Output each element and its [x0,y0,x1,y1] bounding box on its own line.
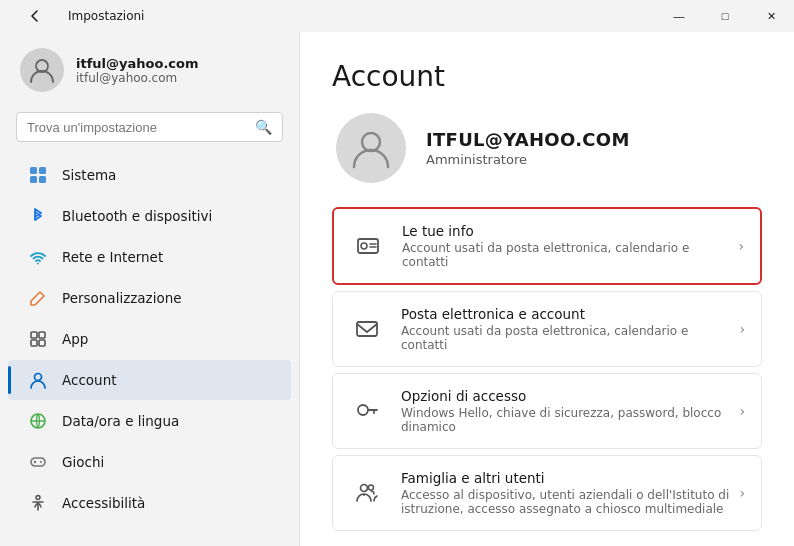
svg-rect-6 [31,332,37,338]
svg-point-25 [358,405,368,415]
user-email-main: itful@yahoo.com [76,56,199,71]
sidebar-label-personalizzazione: Personalizzazione [62,290,182,306]
svg-rect-7 [39,332,45,338]
opzioni-desc: Windows Hello, chiave di sicurezza, pass… [401,406,731,434]
opzioni-chevron: › [739,403,745,419]
svg-point-5 [37,263,39,265]
svg-point-28 [363,494,365,496]
svg-rect-2 [39,167,46,174]
sidebar-item-personalizzazione[interactable]: Personalizzazione [8,278,291,318]
svg-rect-3 [30,176,37,183]
famiglia-text: Famiglia e altri utenti Accesso al dispo… [401,470,731,516]
svg-point-21 [361,243,367,249]
opzioni-text: Opzioni di accesso Windows Hello, chiave… [401,388,731,434]
svg-point-26 [361,485,368,492]
svg-point-17 [40,462,42,464]
svg-point-10 [35,374,42,381]
sidebar-nav: Sistema Bluetooth e dispositivi [0,150,299,546]
key-icon [349,393,385,429]
account-role: Amministratore [426,152,630,167]
sidebar-item-bluetooth[interactable]: Bluetooth e dispositivi [8,196,291,236]
sidebar-item-rete[interactable]: Rete e Internet [8,237,291,277]
posta-title: Posta elettronica e account [401,306,731,322]
svg-rect-4 [39,176,46,183]
settings-item-opzioni[interactable]: Opzioni di accesso Windows Hello, chiave… [332,373,762,449]
search-icon[interactable]: 🔍 [255,119,272,135]
posta-desc: Account usati da posta elettronica, cale… [401,324,731,352]
settings-item-tue-info[interactable]: Le tue info Account usati da posta elett… [332,207,762,285]
sidebar-label-bluetooth: Bluetooth e dispositivi [62,208,212,224]
sidebar-label-dataora: Data/ora e lingua [62,413,179,429]
settings-list: Le tue info Account usati da posta elett… [332,207,762,537]
famiglia-desc: Accesso al dispositivo, utenti aziendali… [401,488,731,516]
sistema-icon [28,165,48,185]
people-icon [349,475,385,511]
sidebar-item-accessibilita[interactable]: Accessibilità [8,483,291,523]
back-button[interactable] [12,0,58,32]
person-card-icon [350,228,386,264]
titlebar: Impostazioni — □ ✕ [0,0,794,32]
person-icon [28,370,48,390]
search-input[interactable] [27,120,247,135]
sidebar-label-giochi: Giochi [62,454,104,470]
famiglia-chevron: › [739,485,745,501]
page-title: Account [332,60,762,93]
app-title: Impostazioni [68,9,144,23]
tue-info-desc: Account usati da posta elettronica, cale… [402,241,730,269]
sidebar-item-giochi[interactable]: Giochi [8,442,291,482]
svg-rect-12 [31,458,45,466]
wifi-icon [28,247,48,267]
opzioni-title: Opzioni di accesso [401,388,731,404]
sidebar-item-app[interactable]: App [8,319,291,359]
avatar [20,48,64,92]
svg-point-18 [36,496,40,500]
famiglia-title: Famiglia e altri utenti [401,470,731,486]
tue-info-text: Le tue info Account usati da posta elett… [402,223,730,269]
tue-info-chevron: › [738,238,744,254]
titlebar-left: Impostazioni [12,0,144,32]
app-container: itful@yahoo.com itful@yahoo.com 🔍 [0,32,794,546]
sidebar-label-account: Account [62,372,117,388]
sidebar-item-account[interactable]: Account [8,360,291,400]
account-avatar [336,113,406,183]
app-icon [28,329,48,349]
svg-point-27 [369,485,374,490]
posta-text: Posta elettronica e account Account usat… [401,306,731,352]
account-user-block: ITFUL@YAHOO.COM Amministratore [332,113,762,183]
close-button[interactable]: ✕ [748,0,794,32]
window-controls: — □ ✕ [656,0,794,32]
settings-item-posta[interactable]: Posta elettronica e account Account usat… [332,291,762,367]
minimize-button[interactable]: — [656,0,702,32]
sidebar: itful@yahoo.com itful@yahoo.com 🔍 [0,32,300,546]
svg-point-19 [362,133,380,151]
pencil-icon [28,288,48,308]
svg-rect-9 [39,340,45,346]
sidebar-item-sistema[interactable]: Sistema [8,155,291,195]
sidebar-label-accessibilita: Accessibilità [62,495,145,511]
sidebar-label-sistema: Sistema [62,167,116,183]
globe-icon [28,411,48,431]
game-icon [28,452,48,472]
account-user-details: ITFUL@YAHOO.COM Amministratore [426,129,630,167]
envelope-icon [349,311,385,347]
posta-chevron: › [739,321,745,337]
sidebar-user: itful@yahoo.com itful@yahoo.com [0,32,299,108]
person-access-icon [28,493,48,513]
user-info: itful@yahoo.com itful@yahoo.com [76,56,199,85]
sidebar-label-rete: Rete e Internet [62,249,163,265]
settings-item-famiglia[interactable]: Famiglia e altri utenti Accesso al dispo… [332,455,762,531]
maximize-button[interactable]: □ [702,0,748,32]
search-box: 🔍 [16,112,283,142]
sidebar-item-dataora[interactable]: Data/ora e lingua [8,401,291,441]
svg-rect-8 [31,340,37,346]
main-panel: Account ITFUL@YAHOO.COM Amministratore [300,32,794,546]
account-email: ITFUL@YAHOO.COM [426,129,630,150]
tue-info-title: Le tue info [402,223,730,239]
sidebar-label-app: App [62,331,88,347]
svg-rect-1 [30,167,37,174]
user-email-sub: itful@yahoo.com [76,71,199,85]
bluetooth-icon [28,206,48,226]
svg-rect-24 [357,322,377,336]
